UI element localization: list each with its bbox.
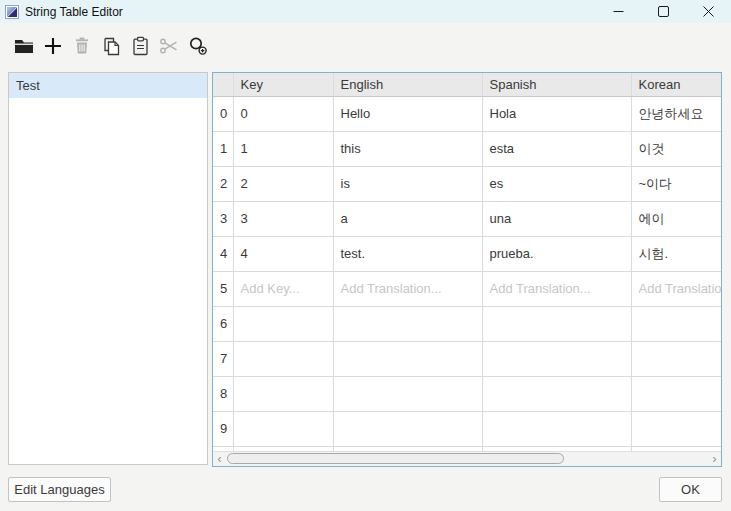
table-cell[interactable]: 3: [233, 201, 333, 236]
table-row: 2 2 is es ~이다: [213, 166, 721, 201]
table-cell[interactable]: [233, 306, 333, 341]
scroll-right-arrow-icon[interactable]: ›: [708, 452, 721, 466]
table-cell[interactable]: prueba.: [482, 236, 631, 271]
table-cell[interactable]: [233, 411, 333, 446]
header-row: Key English Spanish Korean: [213, 73, 721, 96]
row-number[interactable]: 5: [213, 271, 233, 306]
table-cell[interactable]: 0: [233, 96, 333, 131]
close-button[interactable]: [686, 0, 731, 23]
ok-button[interactable]: OK: [659, 477, 722, 502]
minimize-icon: [613, 6, 624, 17]
column-header-english[interactable]: English: [333, 73, 482, 96]
table-cell[interactable]: [482, 341, 631, 376]
table-cell[interactable]: 4: [233, 236, 333, 271]
table-cell[interactable]: this: [333, 131, 482, 166]
row-number[interactable]: 0: [213, 96, 233, 131]
row-number[interactable]: 1: [213, 131, 233, 166]
table-cell[interactable]: test.: [333, 236, 482, 271]
table-row: 0 0 Hello Hola 안녕하세요: [213, 96, 721, 131]
cut-button[interactable]: [157, 33, 181, 59]
add-key-cell[interactable]: Add Key...: [233, 271, 333, 306]
string-table-grid: Key English Spanish Korean 0 0 Hello Hol…: [213, 73, 721, 451]
table-list: Test: [8, 72, 208, 465]
minimize-button[interactable]: [596, 0, 641, 23]
table-cell[interactable]: 에이: [631, 201, 721, 236]
column-header-spanish[interactable]: Spanish: [482, 73, 631, 96]
table-cell[interactable]: es: [482, 166, 631, 201]
row-number[interactable]: 9: [213, 411, 233, 446]
row-number[interactable]: 4: [213, 236, 233, 271]
table-cell[interactable]: esta: [482, 131, 631, 166]
folder-icon: [13, 35, 35, 57]
row-number[interactable]: 7: [213, 341, 233, 376]
table-cell[interactable]: a: [333, 201, 482, 236]
plus-icon: [42, 35, 64, 57]
delete-entry-button[interactable]: [70, 33, 94, 59]
maximize-icon: [658, 6, 669, 17]
window-title: String Table Editor: [25, 5, 596, 19]
table-cell[interactable]: [333, 341, 482, 376]
table-cell[interactable]: 1: [233, 131, 333, 166]
table-cell[interactable]: Hello: [333, 96, 482, 131]
table-cell[interactable]: ~이다: [631, 166, 721, 201]
close-icon: [703, 6, 714, 17]
copy-icon: [101, 36, 122, 57]
table-cell[interactable]: 2: [233, 166, 333, 201]
row-number[interactable]: 2: [213, 166, 233, 201]
maximize-button[interactable]: [641, 0, 686, 23]
table-cell[interactable]: [631, 341, 721, 376]
scissors-icon: [158, 35, 180, 57]
table-row: 6: [213, 306, 721, 341]
scroll-left-arrow-icon[interactable]: ‹: [213, 452, 226, 466]
table-cell[interactable]: Hola: [482, 96, 631, 131]
horizontal-scrollbar[interactable]: ‹ ›: [213, 451, 721, 466]
sidebar-item-test[interactable]: Test: [9, 73, 207, 98]
edit-languages-button[interactable]: Edit Languages: [8, 477, 111, 502]
paste-button[interactable]: [128, 33, 152, 59]
table-cell[interactable]: [482, 376, 631, 411]
search-add-icon: [187, 35, 209, 57]
table-cell[interactable]: [631, 411, 721, 446]
table-row: 7: [213, 341, 721, 376]
copy-button[interactable]: [99, 33, 123, 59]
titlebar: String Table Editor: [0, 0, 731, 23]
search-add-button[interactable]: [186, 33, 210, 59]
row-number[interactable]: 8: [213, 376, 233, 411]
table-cell[interactable]: [233, 341, 333, 376]
trash-icon: [72, 36, 92, 56]
open-folder-button[interactable]: [12, 33, 36, 59]
table-row: 9: [213, 411, 721, 446]
table-cell[interactable]: [333, 411, 482, 446]
table-cell[interactable]: [631, 376, 721, 411]
table-cell[interactable]: [482, 411, 631, 446]
table-viewport: Key English Spanish Korean 0 0 Hello Hol…: [213, 73, 721, 451]
row-number[interactable]: 3: [213, 201, 233, 236]
table-cell[interactable]: 시험.: [631, 236, 721, 271]
string-table: Key English Spanish Korean 0 0 Hello Hol…: [212, 72, 722, 467]
table-cell[interactable]: [333, 376, 482, 411]
scrollbar-track[interactable]: [226, 452, 708, 466]
table-row-add-new: 5 Add Key... Add Translation... Add Tran…: [213, 271, 721, 306]
table-cell[interactable]: 안녕하세요: [631, 96, 721, 131]
corner-header[interactable]: [213, 73, 233, 96]
add-translation-cell[interactable]: Add Translation...: [482, 271, 631, 306]
table-cell[interactable]: 이것: [631, 131, 721, 166]
scrollbar-thumb[interactable]: [227, 453, 564, 464]
table-row: 1 1 this esta 이것: [213, 131, 721, 166]
table-cell[interactable]: [482, 306, 631, 341]
table-row: 3 3 a una 에이: [213, 201, 721, 236]
add-entry-button[interactable]: [41, 33, 65, 59]
add-translation-cell[interactable]: Add Translation...: [631, 271, 721, 306]
row-number[interactable]: 6: [213, 306, 233, 341]
table-cell[interactable]: [631, 306, 721, 341]
app-icon: [5, 5, 19, 19]
add-translation-cell[interactable]: Add Translation...: [333, 271, 482, 306]
column-header-key[interactable]: Key: [233, 73, 333, 96]
table-cell[interactable]: [233, 376, 333, 411]
table-cell[interactable]: [333, 306, 482, 341]
table-cell[interactable]: una: [482, 201, 631, 236]
toolbar: [0, 26, 731, 66]
table-cell[interactable]: is: [333, 166, 482, 201]
column-header-korean[interactable]: Korean: [631, 73, 721, 96]
table-row: 8: [213, 376, 721, 411]
